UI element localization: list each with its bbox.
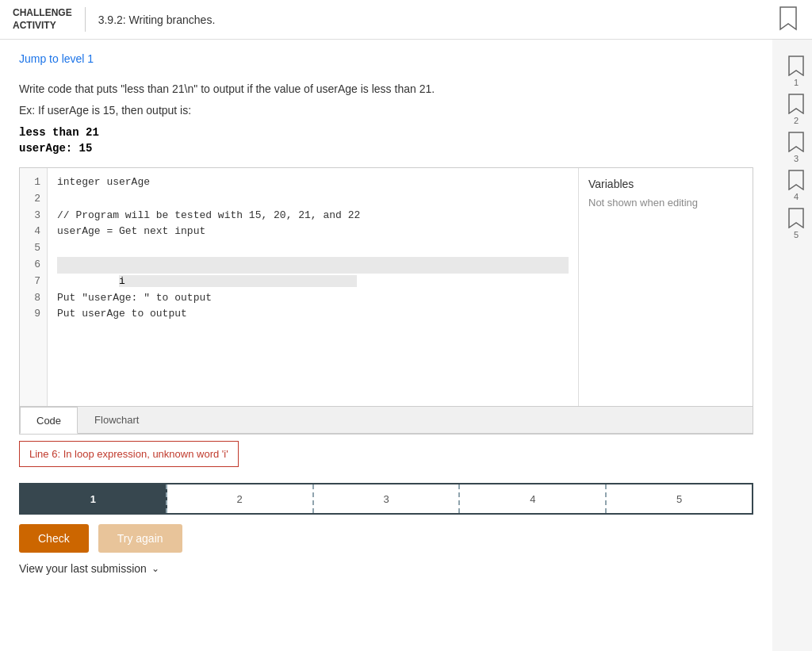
level-1-bookmark-icon bbox=[787, 56, 805, 76]
progress-bar: 1 2 3 4 5 bbox=[19, 483, 753, 515]
code-line-1: integer userAge bbox=[57, 174, 569, 191]
level-2-num: 2 bbox=[794, 116, 799, 125]
level-1-indicator[interactable]: 1 bbox=[787, 56, 805, 87]
level-5-num: 5 bbox=[794, 230, 799, 239]
header: CHALLENGE ACTIVITY 3.9.2: Writing branch… bbox=[0, 0, 812, 40]
code-line-9: Put userAge to output bbox=[57, 306, 569, 323]
right-sidebar: 1 2 3 4 5 bbox=[780, 40, 812, 239]
level-1-num: 1 bbox=[794, 78, 799, 87]
code-line-2 bbox=[57, 191, 569, 208]
level-5-indicator[interactable]: 5 bbox=[787, 208, 805, 239]
variables-panel: Variables Not shown when editing bbox=[578, 168, 753, 406]
code-line-3: // Program will be tested with 15, 20, 2… bbox=[57, 208, 569, 224]
level-3-bookmark-icon bbox=[787, 132, 805, 152]
variables-subtitle: Not shown when editing bbox=[588, 197, 743, 209]
progress-segment-1[interactable]: 1 bbox=[21, 484, 167, 513]
output-line-2: userAge: 15 bbox=[19, 142, 753, 155]
level-3-num: 3 bbox=[794, 154, 799, 163]
error-message: Line 6: In loop expression, unknown word… bbox=[19, 441, 239, 467]
tabs-bar: Code Flowchart bbox=[20, 406, 753, 434]
line-numbers: 1 2 3 4 5 6 7 8 9 bbox=[20, 168, 48, 406]
check-button[interactable]: Check bbox=[19, 524, 89, 553]
level-5-bookmark-icon bbox=[787, 208, 805, 228]
level-2-indicator[interactable]: 2 bbox=[787, 94, 805, 125]
code-line-6[interactable] bbox=[57, 257, 569, 274]
try-again-button[interactable]: Try again bbox=[98, 524, 182, 553]
progress-segment-5[interactable]: 5 bbox=[607, 484, 752, 513]
level-3-indicator[interactable]: 3 bbox=[787, 132, 805, 163]
level-4-num: 4 bbox=[794, 192, 799, 201]
code-line-5 bbox=[57, 240, 569, 257]
view-submission-text: View your last submission bbox=[19, 562, 147, 575]
code-lines: integer userAge // Program will be teste… bbox=[48, 168, 578, 406]
code-editor: 1 2 3 4 5 6 7 8 9 integer userAge // Pro… bbox=[20, 168, 753, 406]
level-4-indicator[interactable]: 4 bbox=[787, 170, 805, 201]
progress-segment-4[interactable]: 4 bbox=[460, 484, 607, 513]
tab-flowchart[interactable]: Flowchart bbox=[78, 407, 155, 433]
header-bookmark[interactable] bbox=[777, 6, 799, 33]
jump-to-level-link[interactable]: Jump to level 1 bbox=[19, 52, 94, 65]
challenge-activity-label: CHALLENGE ACTIVITY bbox=[13, 7, 86, 32]
output-line-1: less than 21 bbox=[19, 126, 753, 139]
example-label: Ex: If userAge is 15, then output is: bbox=[19, 104, 753, 117]
description-text: Write code that puts "less than 21\n" to… bbox=[19, 81, 753, 98]
level-4-bookmark-icon bbox=[787, 170, 805, 190]
code-line-6-input[interactable] bbox=[119, 275, 357, 288]
main-content: Jump to level 1 Write code that puts "le… bbox=[0, 40, 772, 651]
progress-segment-3[interactable]: 3 bbox=[314, 484, 461, 513]
tab-code[interactable]: Code bbox=[20, 407, 78, 434]
bookmark-icon bbox=[777, 6, 799, 31]
variables-title: Variables bbox=[588, 178, 743, 190]
code-line-4: userAge = Get next input bbox=[57, 224, 569, 240]
level-2-bookmark-icon bbox=[787, 94, 805, 114]
chevron-down-icon: ⌄ bbox=[151, 563, 159, 574]
action-buttons: Check Try again bbox=[19, 524, 753, 553]
progress-segment-2[interactable]: 2 bbox=[167, 484, 314, 513]
code-line-8: Put "userAge: " to output bbox=[57, 290, 569, 307]
page-title: 3.9.2: Writing branches. bbox=[98, 13, 216, 26]
view-submission[interactable]: View your last submission ⌄ bbox=[19, 562, 753, 575]
code-editor-container: 1 2 3 4 5 6 7 8 9 integer userAge // Pro… bbox=[19, 167, 753, 435]
